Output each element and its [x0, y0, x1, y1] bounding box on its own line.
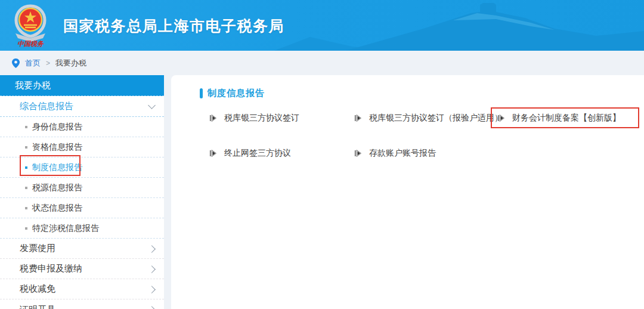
location-pin-icon — [12, 58, 20, 68]
breadcrumb-home-link[interactable]: 首页 — [25, 58, 41, 69]
breadcrumb-separator: > — [46, 59, 50, 67]
link-tripartite-agreement-signing-inspection[interactable]: 税库银三方协议签订（报验户适用） — [355, 107, 503, 128]
sidebar-item-label: 资格信息报告 — [32, 142, 82, 153]
bullet-icon — [25, 227, 27, 230]
sidebar-item-label: 特定涉税信息报告 — [32, 223, 99, 234]
section-accent-bar — [200, 88, 203, 98]
sidebar-item-qualification-info-report[interactable]: 资格信息报告 — [0, 137, 164, 157]
sidebar-item-label: 税源信息报告 — [32, 183, 82, 193]
breadcrumb-current: 我要办税 — [55, 58, 86, 69]
section-header: 制度信息报告 — [200, 88, 265, 99]
arrow-pointer-icon — [210, 115, 216, 122]
link-label: 税库银三方协议签订 — [224, 113, 299, 123]
chevron-right-icon — [148, 265, 156, 273]
sidebar-item-tax-reduction[interactable]: 税收减免 — [0, 279, 164, 299]
chevron-down-icon — [148, 101, 156, 109]
bullet-icon — [25, 146, 27, 149]
sidebar-item-label: 制度信息报告 — [32, 162, 82, 173]
sidebar-menu: 我要办税 综合信息报告 身份信息报告 资格信息报告 制度信息报告 税源信息报告 … — [0, 75, 164, 309]
sidebar-item-tax-declaration-payment[interactable]: 税费申报及缴纳 — [0, 259, 164, 279]
bullet-icon — [25, 126, 27, 128]
arrow-pointer-icon — [498, 115, 504, 122]
breadcrumb-bar: 首页 > 我要办税 返回 — [0, 51, 644, 75]
link-tripartite-agreement-signing[interactable]: 税库银三方协议签订 — [210, 107, 299, 128]
sidebar-item-certificate-issuance[interactable]: 证明开具 — [0, 299, 164, 309]
section-title: 制度信息报告 — [208, 88, 265, 99]
main-panel: 制度信息报告 税库银三方协议签订 税库银三方协议签订（报验户适用） — [171, 75, 644, 309]
tax-bureau-emblem-logo: 中国税务 — [11, 4, 50, 48]
sidebar-item-label: 证明开具 — [20, 304, 55, 309]
chevron-right-icon — [148, 306, 156, 309]
sidebar-item-label: 身份信息报告 — [32, 122, 82, 132]
link-label: 存款账户账号报告 — [369, 148, 436, 159]
sidebar-item-invoice-use[interactable]: 发票使用 — [0, 239, 164, 259]
chevron-right-icon — [148, 245, 156, 253]
arrow-pointer-icon — [355, 150, 361, 157]
link-label: 终止网签三方协议 — [224, 148, 291, 159]
app-header: 中国税务 国家税务总局上海市电子税务局 — [0, 0, 644, 51]
sidebar-item-system-info-report[interactable]: 制度信息报告 — [0, 157, 164, 178]
sidebar-item-specific-tax-info-report[interactable]: 特定涉税信息报告 — [0, 218, 164, 239]
sidebar-header: 我要办税 — [0, 75, 164, 96]
link-financial-accounting-system-filing[interactable]: 财务会计制度备案【创新版】 — [491, 107, 639, 128]
sidebar-item-label: 综合信息报告 — [20, 101, 73, 112]
sidebar-item-label: 税收减免 — [20, 283, 55, 295]
page: 中国税务 国家税务总局上海市电子税务局 首页 > 我要办税 返回 我要办税 综合… — [0, 0, 644, 309]
chevron-right-icon — [148, 286, 156, 293]
bullet-icon — [25, 187, 27, 189]
link-terminate-online-tripartite-agreement[interactable]: 终止网签三方协议 — [210, 143, 291, 163]
link-deposit-account-number-report[interactable]: 存款账户账号报告 — [355, 143, 436, 163]
sidebar-item-label: 发票使用 — [20, 243, 55, 254]
sidebar-item-comprehensive-info-report[interactable]: 综合信息报告 — [0, 96, 164, 117]
bullet-icon — [25, 166, 27, 169]
sidebar-item-tax-source-info-report[interactable]: 税源信息报告 — [0, 178, 164, 198]
breadcrumb: 首页 > 我要办税 — [12, 51, 86, 75]
bullet-icon — [25, 207, 27, 209]
logo-caption: 中国税务 — [17, 40, 44, 47]
link-label: 财务会计制度备案【创新版】 — [512, 113, 621, 123]
link-label: 税库银三方协议签订（报验户适用） — [369, 113, 503, 123]
arrow-pointer-icon — [355, 115, 361, 122]
app-title: 国家税务总局上海市电子税务局 — [63, 4, 284, 48]
arrow-pointer-icon — [210, 150, 216, 157]
sidebar-item-status-info-report[interactable]: 状态信息报告 — [0, 198, 164, 218]
sidebar-item-identity-info-report[interactable]: 身份信息报告 — [0, 117, 164, 137]
sidebar-item-label: 税费申报及缴纳 — [20, 263, 82, 274]
sidebar-item-label: 状态信息报告 — [32, 203, 82, 214]
great-wall-silhouette-graphic — [274, 0, 644, 51]
